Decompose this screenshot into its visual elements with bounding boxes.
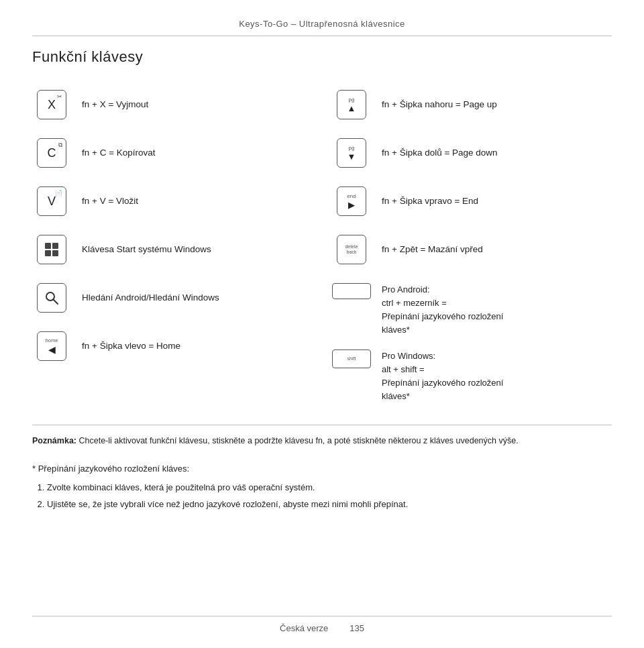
pgdown-top-label: pg <box>349 145 355 151</box>
footnote-title: * Přepínání jazykového rozložení kláves: <box>32 462 612 476</box>
key-delete-icon: delete back <box>332 235 371 264</box>
win-q4 <box>52 250 58 256</box>
page-header: Keys-To-Go – Ultrapřenosná klávesnice <box>32 19 612 36</box>
key-pgup-icon: pg ▲ <box>332 90 371 119</box>
key-v-super: 📄 <box>55 190 62 197</box>
key-home-text: fn + Šipka vlevo = Home <box>82 339 180 353</box>
key-row-windows: Klávesa Start systému Windows <box>32 225 312 274</box>
key-end-text: fn + Šipka vpravo = End <box>382 195 478 208</box>
footnote-item-2: Ujistěte se, že jste vybrali více než je… <box>47 497 612 512</box>
key-pgdown-text: fn + Šipka dolů = Page down <box>382 146 498 160</box>
key-row-shift: shift Pro Windows: alt + shift = Přepíná… <box>332 343 612 413</box>
key-c-letter: C <box>48 146 56 160</box>
pgdown-arrow: ▼ <box>347 152 356 162</box>
key-search-text: Hledání Android/Hledání Windows <box>82 291 219 305</box>
key-pgup: pg ▲ <box>337 90 366 119</box>
key-row-end: end ▶ fn + Šipka vpravo = End <box>332 177 612 225</box>
footer-right: 135 <box>350 623 364 633</box>
del-label-bottom: back <box>347 250 357 255</box>
key-c-text: fn + C = Kopírovat <box>82 146 156 160</box>
footnote-item-1: Zvolte kombinaci kláves, která je použit… <box>47 480 612 495</box>
key-delete: delete back <box>337 235 366 264</box>
key-windows <box>37 235 66 264</box>
end-top-label: end <box>347 193 356 199</box>
del-label-top: delete <box>345 244 358 250</box>
windows-line1: Pro Windows: <box>382 351 435 361</box>
key-row-search: Hledání Android/Hledání Windows <box>32 274 312 322</box>
android-line3: Přepínání jazykového rozložení <box>382 311 503 321</box>
key-x: ✂ X <box>37 90 66 119</box>
key-delete-text: fn + Zpět = Mazání vpřed <box>382 243 483 256</box>
header-title: Keys-To-Go – Ultrapřenosná klávesnice <box>239 19 405 29</box>
key-spacebar-icon <box>332 282 371 299</box>
windows-logo <box>45 243 58 256</box>
android-line1: Pro Android: <box>382 284 430 294</box>
note-section: Poznámka: Chcete-li aktivovat funkční kl… <box>32 425 612 447</box>
key-end: end ▶ <box>337 186 366 216</box>
search-svg <box>44 290 59 305</box>
key-shift-text: Pro Windows: alt + shift = Přepínání jaz… <box>382 348 503 404</box>
footer-left: Česká verze <box>280 623 328 633</box>
key-spacebar <box>332 283 371 299</box>
key-row-home: home ◀ fn + Šipka vlevo = Home <box>32 322 312 370</box>
win-q1 <box>45 243 51 249</box>
shift-label: shift <box>347 356 356 361</box>
key-spacebar-text: Pro Android: ctrl + mezerník = Přepínání… <box>382 282 503 337</box>
key-windows-text: Klávesa Start systému Windows <box>82 243 211 256</box>
key-row-delete: delete back fn + Zpět = Mazání vpřed <box>332 225 612 274</box>
key-row-c: ⧉ C fn + C = Kopírovat <box>32 129 312 177</box>
keys-grid: ✂ X fn + X = Vyjmout ⧉ C fn + C = Kopíro… <box>32 80 612 413</box>
key-row-v: 📄 V fn + V = Vložit <box>32 177 312 225</box>
key-row-pgup: pg ▲ fn + Šipka nahoru = Page up <box>332 80 612 129</box>
key-x-icon: ✂ X <box>32 90 71 119</box>
key-pgdown-icon: pg ▼ <box>332 138 371 168</box>
key-search-icon <box>32 283 71 313</box>
key-v-text: fn + V = Vložit <box>82 195 138 208</box>
right-column: pg ▲ fn + Šipka nahoru = Page up pg ▼ fn… <box>332 80 612 413</box>
key-home: home ◀ <box>37 331 66 361</box>
windows-line3: Přepínání jazykového rozložení <box>382 378 503 388</box>
key-x-super: ✂ <box>57 93 62 100</box>
note-text: Chcete-li aktivovat funkční klávesu, sti… <box>76 436 519 445</box>
key-shift: shift <box>332 349 371 368</box>
home-arrow: ◀ <box>48 344 56 355</box>
key-windows-icon <box>32 235 71 264</box>
win-q3 <box>45 250 51 256</box>
footnote-list: Zvolte kombinaci kláves, která je použit… <box>32 480 612 512</box>
windows-line2: alt + shift = <box>382 364 425 374</box>
section-title: Funkční klávesy <box>32 48 612 66</box>
key-v-icon: 📄 V <box>32 186 71 216</box>
key-home-icon: home ◀ <box>32 331 71 361</box>
key-pgup-text: fn + Šipka nahoru = Page up <box>382 98 497 111</box>
left-column: ✂ X fn + X = Vyjmout ⧉ C fn + C = Kopíro… <box>32 80 312 413</box>
android-line4: kláves* <box>382 325 410 335</box>
home-label: home <box>46 337 58 343</box>
key-pgdown: pg ▼ <box>337 138 366 168</box>
end-arrow: ▶ <box>348 200 355 210</box>
key-search <box>37 283 66 313</box>
pgup-arrow: ▲ <box>347 103 356 113</box>
key-v: 📄 V <box>37 186 66 216</box>
page-footer: Česká verze 135 <box>32 616 612 633</box>
key-x-letter: X <box>48 98 56 112</box>
key-row-spacebar: Pro Android: ctrl + mezerník = Přepínání… <box>332 274 612 343</box>
android-line2: ctrl + mezerník = <box>382 298 447 308</box>
key-x-text: fn + X = Vyjmout <box>82 98 148 111</box>
key-end-icon: end ▶ <box>332 186 371 216</box>
key-c-super: ⧉ <box>58 142 62 149</box>
svg-line-1 <box>54 300 58 305</box>
key-shift-icon: shift <box>332 348 371 368</box>
note-bold: Poznámka: <box>32 436 76 445</box>
windows-line4: kláves* <box>382 391 410 401</box>
key-row-pgdown: pg ▼ fn + Šipka dolů = Page down <box>332 129 612 177</box>
footnote-section: * Přepínání jazykového rozložení kláves:… <box>32 462 612 512</box>
page: Keys-To-Go – Ultrapřenosná klávesnice Fu… <box>0 0 644 648</box>
win-q2 <box>52 243 58 249</box>
key-row-x: ✂ X fn + X = Vyjmout <box>32 80 312 129</box>
key-c: ⧉ C <box>37 138 66 168</box>
key-c-icon: ⧉ C <box>32 138 71 168</box>
pgup-top-label: pg <box>349 97 355 103</box>
